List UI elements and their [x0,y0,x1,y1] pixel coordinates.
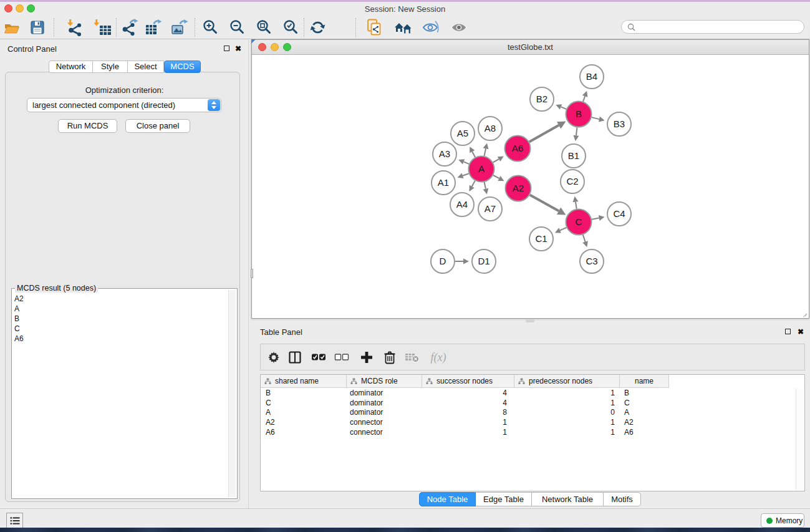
graph-edge[interactable] [576,202,577,209]
graph-edge[interactable] [529,125,559,142]
tab-mcds[interactable]: MCDS [164,60,201,73]
search-input[interactable] [635,22,791,31]
add-column-button[interactable] [356,347,377,368]
graph-edge-arrow [599,215,605,221]
show-columns-button[interactable] [284,347,306,368]
column-header-shared-name[interactable]: shared name [261,375,347,388]
graph-edge[interactable] [485,182,486,189]
deselect-all-icon [334,353,349,362]
graph-edge[interactable] [576,127,577,135]
memory-label: Memory [776,516,803,525]
tab-network[interactable]: Network [49,60,93,73]
graph-edge[interactable] [493,175,499,178]
graph-edge[interactable] [463,173,469,176]
float-panel-icon[interactable] [224,46,229,51]
network-canvas[interactable]: B4B2BB3A5A8A6B1A3AC2A1A2A4A7C4CC1C3DD1 [252,55,809,318]
zoom-fit-button[interactable] [254,17,275,38]
zoom-selected-button[interactable] [281,17,302,38]
import-network-button[interactable] [64,17,85,38]
graph-edge[interactable] [592,218,599,219]
tab-select[interactable]: Select [128,60,164,73]
close-panel-icon[interactable]: ✖ [235,44,241,53]
table-settings-button[interactable] [263,347,284,368]
show-panels-button[interactable] [6,513,23,528]
table-row[interactable]: Bdominator41B [261,389,669,399]
save-session-button[interactable] [27,17,48,38]
toolbar-separator [304,18,304,37]
graph-node-label: A [478,163,485,174]
home-button[interactable] [393,17,414,38]
graph-edge-arrow [582,241,588,247]
export-image-button[interactable] [169,17,190,38]
tab-motifs[interactable]: Motifs [604,492,641,506]
result-item[interactable]: A [14,304,19,314]
deselect-all-button[interactable] [331,347,352,368]
function-builder-button[interactable]: f(x) [426,347,451,368]
graph-edge[interactable] [583,235,586,241]
column-header-successor-nodes[interactable]: successor nodes [422,375,514,388]
resize-grip-icon[interactable] [801,311,808,317]
graph-edge[interactable] [592,117,599,119]
graph-edge[interactable] [493,159,499,162]
close-panel-icon[interactable]: ✖ [798,327,804,336]
open-folder-icon [3,19,21,36]
open-session-button[interactable] [1,17,22,38]
tab-style[interactable]: Style [93,60,128,73]
hide-unselected-button[interactable] [420,17,441,38]
float-panel-icon[interactable] [785,329,791,334]
delete-column-button[interactable] [379,347,400,368]
export-network-button[interactable] [119,17,140,38]
toolbar-separator [355,18,356,37]
table-row[interactable]: Cdominator41C [261,399,669,409]
tab-network-table[interactable]: Network Table [532,492,604,506]
delete-table-button[interactable] [402,347,423,368]
graph-edge[interactable] [485,148,486,156]
window-title: Session: New Session [0,2,810,16]
duplicate-network-button[interactable] [364,17,385,38]
window-side-grip[interactable] [251,269,253,278]
criterion-dropdown[interactable]: largest connected component (directed) [27,98,221,112]
graph-edge[interactable] [530,195,559,211]
refresh-button[interactable] [307,17,329,38]
network-window-titlebar[interactable]: testGlobe.txt [252,40,809,55]
tab-edge-table[interactable]: Edge Table [476,492,532,506]
zoom-fit-icon [256,19,273,36]
tab-node-table[interactable]: Node Table [419,492,476,506]
graph-edge[interactable] [472,152,475,157]
window-focus-corner [251,39,256,44]
column-header-predecessor-nodes[interactable]: predecessor nodes [514,375,620,388]
column-header-mcds-role[interactable]: MCDS role [347,375,422,388]
table-panel: Table Panel ✖ [249,322,810,508]
result-item[interactable]: C [14,324,20,334]
result-scrollbar[interactable] [228,290,236,497]
graph-edge[interactable] [583,96,585,102]
duplicate-network-icon [365,18,383,37]
graph-edge[interactable] [464,162,470,163]
table-row[interactable]: A2connector11A2 [261,418,669,428]
zoom-out-button[interactable] [227,17,248,38]
close-panel-button[interactable]: Close panel [125,119,190,133]
zoom-in-button[interactable] [200,17,221,38]
result-item[interactable]: A6 [14,334,24,344]
show-all-button[interactable] [448,17,470,38]
graph-edge[interactable] [561,107,567,109]
table-row[interactable]: A6connector11A6 [261,428,669,438]
table-toolbar: f(x) [260,344,805,370]
run-mcds-button[interactable]: Run MCDS [58,119,117,133]
criterion-value: largest connected component (directed) [32,100,175,110]
graph-edge[interactable] [560,228,566,231]
select-all-button[interactable] [308,347,329,368]
result-item[interactable]: A2 [14,294,24,304]
graph-edge[interactable] [472,181,475,186]
import-table-button[interactable] [92,17,113,38]
graph-node-label: A1 [438,177,449,188]
memory-button[interactable]: Memory [761,513,804,528]
search-field[interactable] [621,20,804,34]
eye-slash-icon [422,19,440,36]
table-row[interactable]: Adominator80A [261,408,669,418]
export-network-icon [121,19,138,36]
result-item[interactable]: B [14,314,19,324]
table-scrollbar[interactable] [796,389,804,490]
column-header-name[interactable]: name [620,375,669,388]
export-table-button[interactable] [143,17,164,38]
